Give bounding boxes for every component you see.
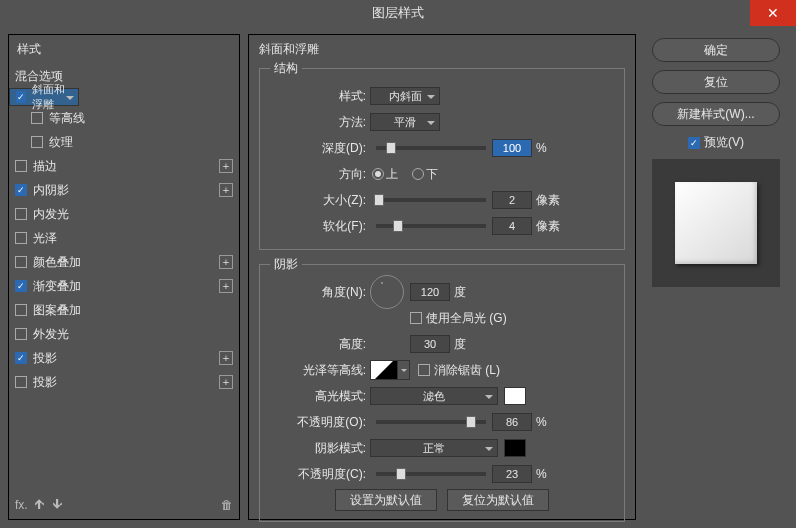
altitude-unit: 度	[454, 336, 466, 353]
highlight-color-swatch[interactable]	[504, 387, 526, 405]
style-checkbox[interactable]	[15, 352, 27, 364]
style-item-8[interactable]: 渐变叠加+	[9, 274, 239, 298]
style-item-0[interactable]: 斜面和浮雕	[9, 88, 79, 106]
style-checkbox[interactable]	[15, 280, 27, 292]
gloss-contour-label: 光泽等高线:	[270, 362, 370, 379]
style-item-11[interactable]: 投影+	[9, 346, 239, 370]
style-item-3[interactable]: 描边+	[9, 154, 239, 178]
direction-down-radio[interactable]	[412, 168, 424, 180]
section-title: 斜面和浮雕	[259, 41, 625, 58]
soften-input[interactable]: 4	[492, 217, 532, 235]
highlight-opacity-input[interactable]: 86	[492, 413, 532, 431]
style-item-label: 颜色叠加	[33, 254, 81, 271]
direction-up-radio[interactable]	[372, 168, 384, 180]
direction-up-label: 上	[386, 166, 398, 183]
close-button[interactable]: ✕	[750, 0, 796, 26]
add-effect-icon[interactable]: +	[219, 279, 233, 293]
preview-toggle[interactable]: 预览(V)	[688, 134, 744, 151]
altitude-input[interactable]: 30	[410, 335, 450, 353]
make-default-button[interactable]: 设置为默认值	[335, 489, 437, 511]
style-checkbox[interactable]	[15, 208, 27, 220]
global-light-label: 使用全局光 (G)	[426, 310, 507, 327]
angle-unit: 度	[454, 284, 466, 301]
soften-slider[interactable]	[376, 224, 486, 228]
size-input[interactable]: 2	[492, 191, 532, 209]
add-effect-icon[interactable]: +	[219, 375, 233, 389]
style-label: 样式:	[270, 88, 370, 105]
technique-select[interactable]: 平滑	[370, 113, 440, 131]
shadow-mode-select[interactable]: 正常	[370, 439, 498, 457]
styles-header[interactable]: 样式	[9, 35, 239, 64]
preview-label: 预览(V)	[704, 134, 744, 151]
move-down-icon[interactable]: 🡫	[52, 498, 64, 512]
style-checkbox[interactable]	[15, 160, 27, 172]
style-item-4[interactable]: 内阴影+	[9, 178, 239, 202]
shadow-color-swatch[interactable]	[504, 439, 526, 457]
shadow-opacity-unit: %	[536, 467, 547, 481]
style-item-label: 描边	[33, 158, 57, 175]
style-item-2[interactable]: 纹理	[9, 130, 239, 154]
style-item-6[interactable]: 光泽	[9, 226, 239, 250]
styles-footer: fx. 🡩 🡫 🗑	[9, 491, 239, 519]
style-checkbox[interactable]	[15, 184, 27, 196]
add-effect-icon[interactable]: +	[219, 351, 233, 365]
add-effect-icon[interactable]: +	[219, 183, 233, 197]
depth-input[interactable]: 100	[492, 139, 532, 157]
style-checkbox[interactable]	[15, 304, 27, 316]
shading-legend: 阴影	[270, 256, 302, 273]
preview-checkbox-icon	[688, 137, 700, 149]
size-slider[interactable]	[376, 198, 486, 202]
style-checkbox[interactable]	[16, 91, 26, 103]
angle-label: 角度(N):	[270, 284, 370, 301]
soften-label: 软化(F):	[270, 218, 370, 235]
angle-input[interactable]: 120	[410, 283, 450, 301]
close-icon: ✕	[767, 5, 779, 21]
angle-wheel[interactable]	[370, 275, 404, 309]
global-light-checkbox[interactable]	[410, 312, 422, 324]
gloss-contour-dropdown[interactable]	[398, 360, 410, 380]
style-item-5[interactable]: 内发光	[9, 202, 239, 226]
reset-default-button[interactable]: 复位为默认值	[447, 489, 549, 511]
style-item-label: 外发光	[33, 326, 69, 343]
style-checkbox[interactable]	[15, 256, 27, 268]
shadow-opacity-label: 不透明度(C):	[270, 466, 370, 483]
altitude-label: 高度:	[270, 336, 370, 353]
preview-box	[652, 159, 780, 287]
style-item-label: 投影	[33, 350, 57, 367]
style-item-7[interactable]: 颜色叠加+	[9, 250, 239, 274]
move-up-icon[interactable]: 🡩	[34, 498, 46, 512]
style-item-12[interactable]: 投影+	[9, 370, 239, 394]
size-label: 大小(Z):	[270, 192, 370, 209]
cancel-button[interactable]: 复位	[652, 70, 780, 94]
fx-menu-icon[interactable]: fx.	[15, 498, 28, 512]
highlight-opacity-label: 不透明度(O):	[270, 414, 370, 431]
highlight-mode-select[interactable]: 滤色	[370, 387, 498, 405]
depth-unit: %	[536, 141, 547, 155]
gloss-contour-swatch[interactable]	[370, 360, 398, 380]
antialias-checkbox[interactable]	[418, 364, 430, 376]
ok-button[interactable]: 确定	[652, 38, 780, 62]
depth-label: 深度(D):	[270, 140, 370, 157]
shadow-opacity-slider[interactable]	[376, 472, 486, 476]
trash-icon[interactable]: 🗑	[221, 498, 233, 512]
shadow-opacity-input[interactable]: 23	[492, 465, 532, 483]
style-checkbox[interactable]	[15, 376, 27, 388]
highlight-opacity-slider[interactable]	[376, 420, 486, 424]
add-effect-icon[interactable]: +	[219, 159, 233, 173]
direction-label: 方向:	[270, 166, 370, 183]
style-item-9[interactable]: 图案叠加	[9, 298, 239, 322]
style-item-label: 光泽	[33, 230, 57, 247]
soften-unit: 像素	[536, 218, 560, 235]
style-select[interactable]: 内斜面	[370, 87, 440, 105]
depth-slider[interactable]	[376, 146, 486, 150]
new-style-button[interactable]: 新建样式(W)...	[652, 102, 780, 126]
style-checkbox[interactable]	[31, 136, 43, 148]
antialias-label: 消除锯齿 (L)	[434, 362, 500, 379]
style-item-1[interactable]: 等高线	[9, 106, 239, 130]
style-item-10[interactable]: 外发光	[9, 322, 239, 346]
highlight-opacity-unit: %	[536, 415, 547, 429]
style-checkbox[interactable]	[15, 232, 27, 244]
add-effect-icon[interactable]: +	[219, 255, 233, 269]
style-checkbox[interactable]	[31, 112, 43, 124]
style-checkbox[interactable]	[15, 328, 27, 340]
